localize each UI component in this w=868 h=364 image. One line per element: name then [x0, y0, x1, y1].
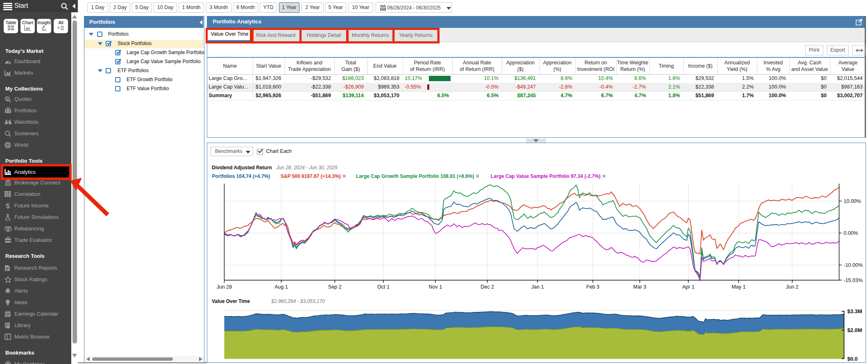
svg-text:Oct 1: Oct 1: [377, 284, 390, 290]
svg-text:Dec 2: Dec 2: [480, 284, 494, 290]
svg-text:Sep 2: Sep 2: [328, 284, 342, 290]
svg-text:-15.03%: -15.03%: [843, 278, 863, 283]
svg-text:Jun 28: Jun 28: [216, 284, 232, 290]
svg-text:$: $: [6, 97, 8, 101]
svg-text:$: $: [6, 202, 10, 209]
svg-text:$0.0: $0.0: [847, 356, 857, 362]
svg-text:May 1: May 1: [732, 284, 746, 290]
svg-text:Apr 1: Apr 1: [682, 284, 694, 290]
svg-text:Aug 1: Aug 1: [274, 284, 288, 290]
svg-text:Jan 1: Jan 1: [531, 284, 544, 290]
svg-text:$3.3M: $3.3M: [847, 308, 862, 314]
svg-text:Jun 2: Jun 2: [786, 284, 798, 290]
svg-text:Mar 3: Mar 3: [633, 284, 646, 290]
svg-text:0.00%: 0.00%: [843, 230, 858, 236]
svg-text:-10.00%: -10.00%: [843, 262, 863, 268]
svg-text:10.00%: 10.00%: [843, 198, 861, 204]
svg-text:$2.0M: $2.0M: [847, 327, 862, 333]
svg-text:Nov 1: Nov 1: [428, 284, 442, 290]
svg-text:Feb 3: Feb 3: [586, 284, 599, 290]
